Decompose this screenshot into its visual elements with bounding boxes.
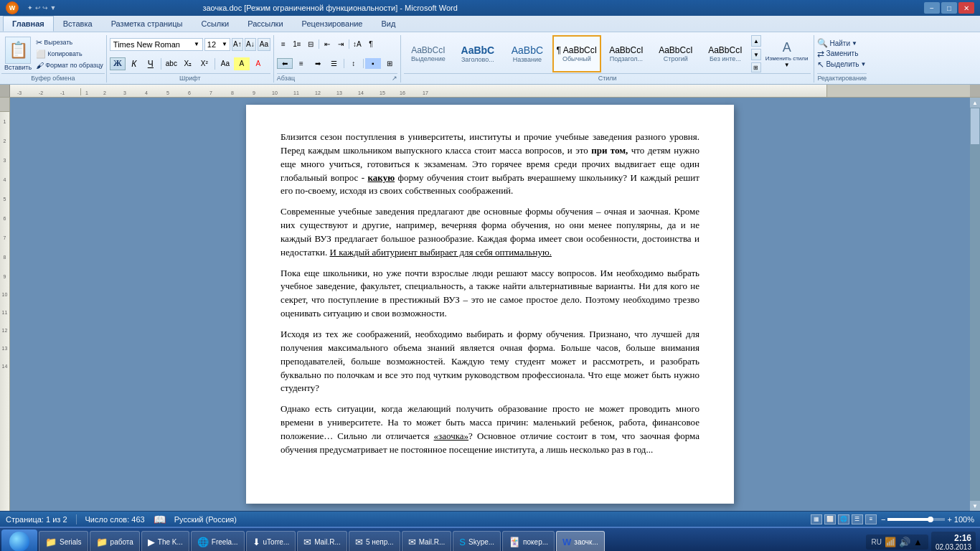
ruler: -3 -2 -1 1 2 3 4 5 6 7 8 9 10 11 12 13 1… <box>10 85 970 97</box>
web-layout-button[interactable]: 🌐 <box>838 514 849 524</box>
tab-view[interactable]: Вид <box>372 16 405 32</box>
clock-date: 02.03.2013 <box>936 543 971 551</box>
tray-up-arrow-icon[interactable]: ▲ <box>913 537 923 547</box>
tab-layout[interactable]: Разметка страницы <box>102 16 192 32</box>
subscript-button[interactable]: X₂ <box>180 57 196 70</box>
taskbar-item-poker[interactable]: 🃏 покер... <box>502 531 555 551</box>
taskbar-item-freela[interactable]: 🌐 Freela... <box>191 531 245 551</box>
vertical-scrollbar[interactable]: ▲ ▼ <box>970 98 980 511</box>
style-item-nointense[interactable]: AaBbCcI Без инте... <box>701 35 750 72</box>
scroll-thumb[interactable] <box>971 108 979 144</box>
tab-references[interactable]: Ссылки <box>192 16 238 32</box>
align-center-button[interactable]: ≡ <box>293 58 309 69</box>
title-bar-buttons: − □ ✕ <box>924 2 974 14</box>
clear-format-button[interactable]: Aa <box>258 38 270 51</box>
font-size-box[interactable]: 12 ▼ <box>204 38 230 51</box>
font-color-button[interactable]: А <box>250 57 266 70</box>
page-info: Страница: 1 из 2 <box>6 515 67 524</box>
copy-button[interactable]: ⬜ Копировать <box>36 50 103 59</box>
find-button[interactable]: 🔍 Найти ▼ <box>817 38 867 48</box>
zoom-in-button[interactable]: + <box>947 515 951 524</box>
underline-button[interactable]: Ч <box>143 57 159 70</box>
strikethrough-button[interactable]: abc <box>164 57 179 70</box>
font-name-box[interactable]: Times New Roman ▼ <box>110 38 203 51</box>
zoom-track[interactable] <box>887 518 945 521</box>
taskbar-item-zaochka[interactable]: W заочк... <box>556 531 605 551</box>
multilevel-button[interactable]: ⊟ <box>304 39 317 50</box>
clock[interactable]: 2:16 02.03.2013 <box>931 532 976 552</box>
align-right-button[interactable]: ➡ <box>310 58 326 69</box>
superscript-button[interactable]: X² <box>197 57 212 70</box>
line-spacing-button[interactable]: ↕ <box>346 58 362 69</box>
font-group-label: Шрифт <box>110 73 270 83</box>
replace-button[interactable]: ⇄ Заменить <box>817 49 867 59</box>
close-button[interactable]: ✕ <box>958 2 974 14</box>
view-buttons: ▦ ⬜ 🌐 ☰ ≡ <box>811 514 877 524</box>
show-formatting-button[interactable]: ¶ <box>364 39 377 50</box>
tab-home[interactable]: Главная <box>3 16 54 32</box>
paragraph-dialog-button[interactable]: ↗ <box>392 75 397 82</box>
style-item-heading1[interactable]: AaBbС Заголово... <box>453 35 502 72</box>
italic-button[interactable]: К <box>126 57 142 70</box>
print-layout-button[interactable]: ▦ <box>811 514 822 524</box>
zoom-out-button[interactable]: − <box>881 515 885 524</box>
font-shrink-button[interactable]: A↓ <box>245 38 256 51</box>
outline-view-button[interactable]: ☰ <box>852 514 863 524</box>
styles-expand[interactable]: ⊞ <box>751 62 761 72</box>
format-paint-button[interactable]: 🖌 Формат по образцу <box>36 61 103 70</box>
taskbar-item-mailru2[interactable]: ✉ Mail.R... <box>402 531 452 551</box>
zoom-handle[interactable] <box>928 517 933 522</box>
justify-button[interactable]: ☰ <box>326 58 342 69</box>
tray-network-icon[interactable]: 📶 <box>885 537 896 547</box>
borders-button[interactable]: ⊞ <box>382 58 397 69</box>
align-left-button[interactable]: ⬅ <box>277 58 293 69</box>
ribbon-tabs: Главная Вставка Разметка страницы Ссылки… <box>0 16 980 32</box>
tray-ru-lang[interactable]: RU <box>872 538 882 546</box>
paste-label: Вставить <box>4 64 32 71</box>
start-button[interactable] <box>1 529 37 551</box>
maximize-button[interactable]: □ <box>941 2 957 14</box>
taskbar-item-rabota[interactable]: 📁 работа <box>90 531 140 551</box>
style-item-subheading[interactable]: AaBbCcI Подзагол... <box>602 35 651 72</box>
bullets-button[interactable]: ≡ <box>277 39 290 50</box>
decrease-indent-button[interactable]: ⇤ <box>321 39 334 50</box>
tray-speaker-icon[interactable]: 🔊 <box>899 537 910 547</box>
taskbar-item-skype[interactable]: S Skype... <box>453 531 501 551</box>
style-item-selection[interactable]: AaBbCcI Выделение <box>404 35 453 72</box>
numbering-button[interactable]: 1≡ <box>291 39 303 50</box>
styles-scroll-up[interactable]: ▲ <box>751 35 761 47</box>
fullscreen-button[interactable]: ⬜ <box>824 514 836 524</box>
sort-button[interactable]: ↕A <box>351 39 364 50</box>
highlight-button[interactable]: А <box>234 57 250 70</box>
taskbar-item-5nepr[interactable]: ✉ 5 непр... <box>349 531 400 551</box>
taskbar-item-mailru1[interactable]: ✉ Mail.R... <box>297 531 347 551</box>
scroll-down-button[interactable]: ▼ <box>970 501 980 511</box>
tab-insert[interactable]: Вставка <box>54 16 102 32</box>
styles-scroll-down[interactable]: ▼ <box>751 49 761 60</box>
clipboard-group-label: Буфер обмена <box>1 73 105 83</box>
style-item-strict[interactable]: AaBbCcI Строгий <box>651 35 700 72</box>
tab-review[interactable]: Рецензирование <box>293 16 372 32</box>
draft-view-button[interactable]: ≡ <box>865 514 877 524</box>
scroll-up-button[interactable]: ▲ <box>970 98 980 108</box>
taskbar-item-serials[interactable]: 📁 Serials <box>39 531 88 551</box>
bold-button[interactable]: Ж <box>110 57 126 70</box>
shading-button[interactable]: ▪ <box>365 58 381 69</box>
title-bar-left: W ✦ ↩ ↪ ▼ заочка.doc [Режим ограниченной… <box>6 1 458 14</box>
select-button[interactable]: ↖ Выделить ▼ <box>817 60 867 70</box>
language-label[interactable]: Русский (Россия) <box>174 515 237 524</box>
tab-mailings[interactable]: Рассылки <box>238 16 292 32</box>
textcase-button[interactable]: Аа <box>217 57 233 70</box>
paragraph-1: Близится сезон поступления в университет… <box>281 131 699 198</box>
style-item-title[interactable]: AaBbС Название <box>503 35 552 72</box>
taskbar-item-utorrent[interactable]: ⬇ uTorre... <box>246 531 296 551</box>
cut-button[interactable]: ✂ Вырезать <box>36 38 103 47</box>
change-styles-button[interactable]: A Изменить стили ▼ <box>763 40 811 68</box>
minimize-button[interactable]: − <box>924 2 940 14</box>
clock-time: 2:16 <box>936 533 971 543</box>
increase-indent-button[interactable]: ⇥ <box>334 39 347 50</box>
style-item-normal[interactable]: ¶ AaBbCcI Обычный <box>552 35 601 72</box>
taskbar-item-thek[interactable]: ▶ The K... <box>141 531 189 551</box>
font-grow-button[interactable]: A↑ <box>232 38 243 51</box>
paste-button[interactable]: 📋 Вставить <box>1 35 34 72</box>
